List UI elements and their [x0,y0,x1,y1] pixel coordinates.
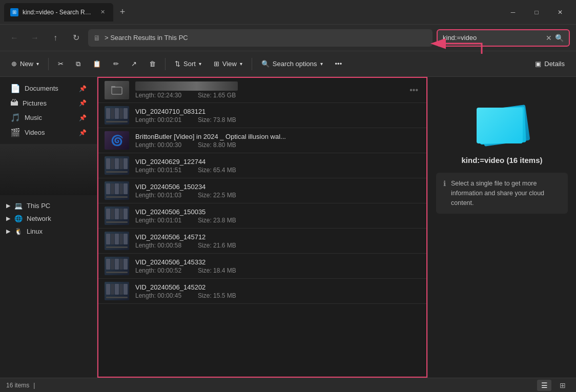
sort-btn[interactable]: ⇅ Sort ▾ [170,55,207,73]
new-icon: ⊕ [11,60,17,68]
sidebar-group-thispc[interactable]: ▶ 💻 This PC [2,199,95,212]
minimize-btn[interactable]: ─ [501,4,525,20]
sidebar-item-pictures[interactable]: 🏔 Pictures 📌 [2,96,95,110]
cut-btn[interactable]: ✂ [53,55,69,73]
back-icon: ← [10,33,18,43]
sidebar-item-music[interactable]: 🎵 Music 📌 [2,110,95,125]
up-icon: ↑ [53,33,57,43]
file-meta: Length: 00:01:01Size: 23.8 MB [135,217,420,224]
details-btn[interactable]: ▣ Details [530,55,570,73]
file-size: Size: 22.5 MB [198,192,236,199]
close-btn[interactable]: ✕ [548,4,572,20]
paste-btn[interactable]: 📋 [88,55,106,73]
maximize-btn[interactable]: □ [525,4,548,20]
delete-icon: 🗑 [149,60,156,68]
separator-3 [252,58,252,70]
active-tab[interactable]: ⊞ kind:=video - Search Results in ✕ [4,3,113,22]
back-btn[interactable]: ← [6,30,23,46]
file-size: Size: 15.5 MB [198,292,236,299]
new-chevron: ▾ [36,61,39,67]
sort-chevron: ▾ [199,61,201,67]
videos-icon: 🎬 [10,128,20,137]
search-box[interactable]: ✕ 🔍 [437,29,570,47]
address-box[interactable]: 🖥 > Search Results in This PC [88,29,433,47]
details-panel: kind:=video (16 items) ℹ Select a single… [427,77,576,378]
address-pc-icon: 🖥 [93,34,100,42]
file-meta: Length: 00:00:58Size: 21.6 MB [135,242,420,249]
svg-rect-1 [112,87,122,94]
file-thumbnail [105,181,129,200]
share-btn[interactable]: ↗ [126,55,142,73]
file-item[interactable]: VID_20240629_122744Length: 00:01:51Size:… [98,153,426,178]
search-clear-btn[interactable]: ✕ [546,34,552,42]
info-icon: ℹ [443,179,446,188]
tab-icon: ⊞ [10,8,18,16]
search-options-btn[interactable]: 🔍 Search options ▾ [256,55,328,73]
tab-close-btn[interactable]: ✕ [98,8,107,16]
pin-videos: 📌 [79,129,87,136]
network-icon: 🌐 [14,215,23,222]
more-btn[interactable]: ••• [330,55,347,73]
network-chevron-icon: ▶ [6,215,10,222]
file-name: VID_20240506_145202 [135,283,420,291]
up-btn[interactable]: ↑ [47,30,64,46]
forward-icon: → [31,33,39,43]
file-length: Length: 00:02:01 [135,116,181,123]
sidebar-item-videos[interactable]: 🎬 Videos 📌 [2,125,95,140]
file-item[interactable]: VID_20240506_145202Length: 00:00:45Size:… [98,279,426,304]
file-menu-btn[interactable]: ••• [407,86,420,95]
grid-view-btn[interactable]: ⊞ [556,380,570,391]
file-item[interactable]: VID_20240506_150035Length: 00:01:01Size:… [98,203,426,229]
toolbar: ⊕ New ▾ ✂ ⧉ 📋 ✏ ↗ 🗑 ⇅ Sort ▾ ⊞ View ▾ 🔍 … [0,51,576,77]
address-text: > Search Results in This PC [105,34,188,42]
titlebar: ⊞ kind:=video - Search Results in ✕ + ─ … [0,0,576,25]
file-thumbnail [105,81,129,99]
file-item[interactable]: Length: 02:24:30Size: 1.65 GB••• [98,78,426,103]
file-item[interactable]: VID_20240710_083121Length: 00:02:01Size:… [98,103,426,128]
file-size: Size: 23.8 MB [198,217,236,224]
view-icon: ⊞ [214,60,219,68]
file-size: Size: 18.4 MB [198,267,236,274]
view-btn[interactable]: ⊞ View ▾ [209,55,248,73]
window-controls: ─ □ ✕ [501,4,572,20]
main-content: 📄 Documents 📌 🏔 Pictures 📌 🎵 Music 📌 🎬 V… [0,77,576,378]
details-label: Details [544,60,565,68]
file-list-area[interactable]: Length: 02:24:30Size: 1.65 GB••• VID_202… [97,77,427,378]
file-length: Length: 00:00:30 [135,141,181,149]
sidebar: 📄 Documents 📌 🏔 Pictures 📌 🎵 Music 📌 🎬 V… [0,77,97,378]
copy-btn[interactable]: ⧉ [71,55,86,73]
list-view-btn[interactable]: ☰ [537,380,551,391]
pictures-icon: 🏔 [10,98,18,108]
file-info: VID_20240506_145332Length: 00:00:52Size:… [135,258,420,274]
paste-icon: 📋 [93,60,101,68]
file-info: VID_20240710_083121Length: 00:02:01Size:… [135,108,420,123]
sidebar-item-documents[interactable]: 📄 Documents 📌 [2,81,95,96]
file-item[interactable]: VID_20240506_150234Length: 00:01:03Size:… [98,178,426,203]
file-meta: Length: 00:01:51Size: 65.4 MB [135,167,420,174]
new-tab-btn[interactable]: + [115,5,130,19]
sidebar-group-linux[interactable]: ▶ 🐧 Linux [2,225,95,238]
forward-btn[interactable]: → [27,30,43,46]
file-length: Length: 00:00:45 [135,292,181,299]
delete-btn[interactable]: 🗑 [144,55,161,73]
file-meta: Length: 02:24:30Size: 1.65 GB [135,92,401,99]
rename-btn[interactable]: ✏ [108,55,124,73]
search-icon[interactable]: 🔍 [555,34,564,42]
file-item[interactable]: 🌀 BrittonButler [Video] in 2024 _ Optica… [98,128,426,153]
separator-2 [165,58,166,70]
file-name: VID_20240710_083121 [135,108,420,115]
file-thumbnail [105,232,129,250]
refresh-btn[interactable]: ↻ [68,30,84,46]
sidebar-group-network[interactable]: ▶ 🌐 Network [2,212,95,225]
file-item[interactable]: VID_20240506_145332Length: 00:00:52Size:… [98,254,426,279]
file-thumbnail [105,282,129,300]
details-folder-icon [477,102,528,143]
file-item[interactable]: VID_20240506_145712Length: 00:00:58Size:… [98,229,426,254]
search-options-chevron: ▾ [320,61,323,67]
new-btn[interactable]: ⊕ New ▾ [6,55,44,73]
sort-icon: ⇅ [175,60,180,68]
search-input[interactable] [443,34,543,42]
file-thumbnail [105,106,129,125]
file-info: VID_20240506_150234Length: 00:01:03Size:… [135,183,420,199]
documents-icon: 📄 [10,84,20,93]
